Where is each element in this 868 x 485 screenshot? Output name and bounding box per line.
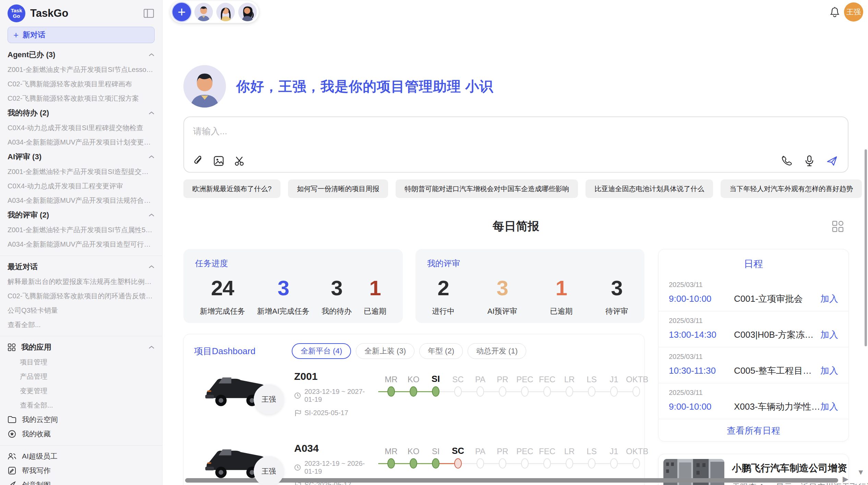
milestone-label: SI bbox=[425, 374, 446, 384]
new-chat-button[interactable]: + 新对话 bbox=[8, 27, 155, 43]
user-name: 王强 bbox=[846, 7, 861, 17]
project-code: A034 bbox=[294, 443, 375, 454]
filter-chip-powertrain[interactable]: 动总开发 (1) bbox=[468, 343, 526, 359]
agent-avatar-2[interactable] bbox=[216, 3, 235, 21]
sidebar-item-cloud-space[interactable]: 我的云空间 bbox=[8, 412, 155, 427]
recent-chat-item[interactable]: C02-飞腾新能源轻客改款项目的闭环通告反馈情况 bbox=[8, 289, 155, 303]
sidebar-item[interactable]: Z001-全新燃油皮卡产品开发项目SI节点Lesson Learn报告 bbox=[8, 62, 155, 77]
agent-avatar-1[interactable] bbox=[194, 3, 213, 21]
chevron-up-icon bbox=[148, 213, 155, 217]
milestone-label: FEC bbox=[537, 447, 557, 456]
sidebar-item[interactable]: C02-飞腾新能源轻客改款项目里程碑画布 bbox=[8, 77, 155, 91]
join-button[interactable]: 加入 bbox=[820, 293, 838, 305]
notification-bell-icon[interactable] bbox=[830, 7, 840, 18]
stat-label: 进行中 bbox=[432, 306, 455, 316]
sidebar-item-creative-drawing[interactable]: 创意制图 bbox=[8, 478, 155, 485]
app-logo: Task Go bbox=[8, 4, 25, 22]
plus-icon: + bbox=[13, 30, 19, 40]
scissors-icon[interactable] bbox=[234, 156, 245, 166]
scroll-right-arrow-icon[interactable]: ▶ bbox=[843, 475, 848, 484]
stat-label: 已逾期 bbox=[364, 306, 386, 316]
suggestion-chip[interactable]: 特朗普可能对进口汽车增税会对中国车企造成哪些影响 bbox=[396, 179, 578, 198]
attachment-icon[interactable] bbox=[193, 156, 204, 166]
milestone-dot bbox=[432, 386, 439, 397]
task-progress-card: 任务进度 24 新增完成任务 3 新增AI完成任务 3 我的待办 1 已逾期 bbox=[183, 249, 403, 323]
recent-chats-view-all[interactable]: 查看全部... bbox=[8, 318, 155, 332]
section-my-reviews[interactable]: 我的评审 (2) bbox=[8, 208, 155, 223]
folder-icon bbox=[8, 415, 16, 424]
join-button[interactable]: 加入 bbox=[820, 365, 838, 377]
project-image: 王强 bbox=[203, 369, 266, 410]
stat-pending-review: 3 待评审 bbox=[605, 276, 628, 316]
sidebar-item-ai-super-staff[interactable]: AI超级员工 bbox=[8, 449, 155, 463]
project-dates: 2023-12-19 ~ 2026-01-19 bbox=[294, 460, 375, 475]
schedule-card: 日程 2025/03/11 9:00-10:00 C001-立项审批会 加入 2… bbox=[658, 249, 849, 442]
sidebar-item-favorites[interactable]: 我的收藏 bbox=[8, 427, 155, 441]
project-row[interactable]: 王强 Z001 2023-12-19 ~ 2027-01-19 SI-2025-… bbox=[184, 369, 644, 420]
stat-label: 我的待办 bbox=[322, 306, 352, 316]
chat-input[interactable]: 请输入... bbox=[183, 116, 848, 173]
sidebar-item[interactable]: C02-飞腾新能源轻客改款项目立项汇报方案 bbox=[8, 91, 155, 105]
image-icon[interactable] bbox=[214, 156, 225, 166]
sidebar-item[interactable]: A034-全新新能源MUV产品开发项目法规符合性评审 bbox=[8, 193, 155, 208]
schedule-name: X003-车辆动力学性能验... bbox=[734, 401, 820, 413]
section-my-apps[interactable]: 我的应用 bbox=[8, 340, 155, 355]
phone-icon[interactable] bbox=[781, 156, 792, 166]
microphone-icon[interactable] bbox=[804, 156, 815, 166]
sidebar-collapse-icon[interactable] bbox=[144, 9, 154, 18]
schedule-date: 2025/03/11 bbox=[669, 389, 838, 397]
milestone-dot bbox=[610, 458, 618, 469]
milestone-label: J1 bbox=[604, 447, 624, 456]
sidebar-divider bbox=[0, 445, 162, 446]
stat-value: 3 bbox=[322, 276, 352, 300]
suggestion-chip[interactable]: 比亚迪全固态电池计划具体说了什么 bbox=[586, 179, 713, 198]
flag-icon bbox=[294, 410, 301, 416]
milestone-label: PR bbox=[492, 375, 513, 384]
app-item-project-mgmt[interactable]: 项目管理 bbox=[8, 355, 155, 369]
user-avatar[interactable]: 王强 bbox=[844, 2, 863, 22]
project-code: Z001 bbox=[294, 371, 375, 382]
sidebar-item[interactable]: Z001-全新燃油轻卡产品开发项目SI造型提交物评审 bbox=[8, 164, 155, 179]
section-recent-chats[interactable]: 最近对话 bbox=[8, 259, 155, 274]
greeting-title: 你好，王强，我是你的项目管理助理 小识 bbox=[236, 77, 493, 96]
sidebar-item-help-me-write[interactable]: 帮我写作 bbox=[8, 463, 155, 478]
join-button[interactable]: 加入 bbox=[820, 401, 838, 413]
section-ai-review[interactable]: AI评审 (3) bbox=[8, 149, 155, 164]
recent-chat-item[interactable]: 公司Q3轻卡销量 bbox=[8, 303, 155, 318]
join-button[interactable]: 加入 bbox=[820, 329, 838, 341]
stat-label: AI预评审 bbox=[487, 306, 517, 316]
recent-chat-item[interactable]: 解释最新出台的欧盟报废车法规再生塑料比例被调至15%... bbox=[8, 274, 155, 289]
filter-chip-platform[interactable]: 全新平台 (4) bbox=[292, 343, 351, 359]
view-all-schedule-link[interactable]: 查看所有日程 bbox=[659, 419, 848, 442]
send-icon[interactable] bbox=[827, 156, 837, 166]
schedule-date: 2025/03/11 bbox=[669, 353, 838, 361]
sidebar-item[interactable]: A034-全新新能源MUV产品开发项目造型可行性评审 bbox=[8, 237, 155, 251]
suggestion-chip[interactable]: 当下年轻人对汽车外观有怎样的喜好趋势 bbox=[721, 179, 862, 198]
scroll-down-arrow-icon[interactable]: ▼ bbox=[857, 468, 865, 477]
sidebar-item[interactable]: Z001-全新燃油轻卡产品开发项目SI节点属性5D文件评审 bbox=[8, 223, 155, 237]
stat-in-progress: 2 进行中 bbox=[432, 276, 455, 316]
suggestion-chip[interactable]: 欧洲新规最近颁布了什么? bbox=[183, 179, 280, 198]
track-complete-segment bbox=[378, 463, 436, 464]
vertical-scrollbar-thumb[interactable] bbox=[865, 149, 867, 346]
section-agent-done[interactable]: Agent已办 (3) bbox=[8, 47, 155, 62]
milestone-dot bbox=[543, 386, 551, 397]
owner-name: 王强 bbox=[262, 467, 276, 476]
add-agent-button[interactable]: + bbox=[172, 3, 191, 21]
milestone-dot bbox=[477, 386, 484, 397]
app-item-change-mgmt[interactable]: 变更管理 bbox=[8, 384, 155, 398]
schedule-time: 10:30-11:30 bbox=[669, 365, 734, 376]
horizontal-scrollbar-thumb[interactable] bbox=[185, 478, 838, 483]
filter-chip-upfit[interactable]: 全新上装 (3) bbox=[356, 343, 414, 359]
stat-overdue: 1 已逾期 bbox=[364, 276, 386, 316]
sidebar-item[interactable]: A034-全新新能源MUV产品开发项目计划变更表编写 bbox=[8, 135, 155, 149]
apps-view-all[interactable]: 查看全部... bbox=[8, 398, 155, 412]
suggestion-chip[interactable]: 如何写一份清晰的项目周报 bbox=[288, 179, 388, 198]
filter-chip-model-year[interactable]: 年型 (2) bbox=[419, 343, 463, 359]
app-item-product-mgmt[interactable]: 产品管理 bbox=[8, 369, 155, 384]
agent-avatar-3[interactable] bbox=[238, 3, 257, 21]
sidebar-item[interactable]: C0X4-动力总成开发项目SI里程碑提交物检查 bbox=[8, 121, 155, 135]
sidebar-item[interactable]: C0X4-动力总成开发项目工程变更评审 bbox=[8, 179, 155, 193]
layout-grid-icon[interactable] bbox=[831, 220, 844, 233]
section-my-todos[interactable]: 我的待办 (2) bbox=[8, 105, 155, 121]
